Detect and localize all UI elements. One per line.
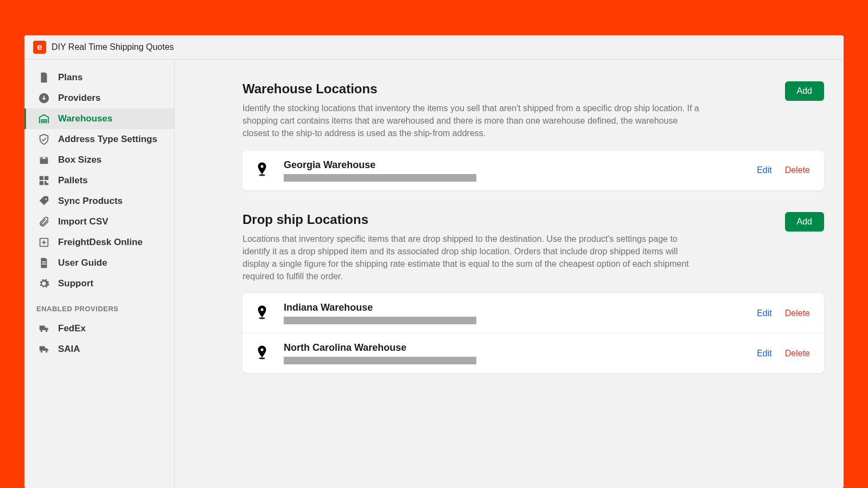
sidebar-item-label: Providers [58,93,100,104]
svg-point-12 [46,351,48,353]
shield-check-icon [38,133,50,145]
edit-dropship-link[interactable]: Edit [757,309,772,318]
svg-rect-4 [40,176,43,180]
location-pin-icon [257,305,272,322]
delete-dropship-link[interactable]: Delete [785,309,810,318]
location-pin-icon [257,345,272,362]
warehouse-icon [38,113,50,125]
warehouse-locations-section: Warehouse Locations Identify the stockin… [242,81,824,190]
add-dropship-button[interactable]: Add [785,212,824,232]
sidebar-item-pallets[interactable]: Pallets [24,170,174,191]
sidebar-item-support[interactable]: Support [24,273,174,294]
sidebar-item-warehouses[interactable]: Warehouses [24,108,174,129]
box-icon [38,154,50,166]
edit-warehouse-link[interactable]: Edit [757,165,772,175]
enabled-providers-label: ENABLED PROVIDERS [24,294,174,318]
svg-rect-6 [40,181,43,185]
dropship-section-desc: Locations that inventory specific items … [242,233,704,283]
location-pin-icon [257,162,272,178]
sidebar-item-label: Box Sizes [58,155,101,165]
sidebar-item-label: Warehouses [58,113,112,124]
sidebar-item-plans[interactable]: Plans [24,67,174,88]
sidebar-item-box-sizes[interactable]: Box Sizes [24,150,174,170]
app-title: DIY Real Time Shipping Quotes [52,42,174,52]
sidebar-item-label: Sync Products [58,196,123,207]
sidebar-item-label: Import CSV [58,216,108,227]
pallet-icon [38,175,50,187]
delete-warehouse-link[interactable]: Delete [785,165,810,175]
warehouse-address-placeholder [284,174,476,182]
svg-point-7 [45,198,47,200]
sidebar-item-user-guide[interactable]: User Guide [24,253,174,273]
sidebar-provider-saia[interactable]: SAIA [24,339,174,359]
sidebar-item-providers[interactable]: Providers [24,88,174,108]
dropship-name: North Carolina Warehouse [284,342,757,354]
truck-icon [38,323,50,335]
dropship-address-placeholder [284,317,476,324]
download-circle-icon [38,92,50,104]
sidebar-item-label: Pallets [58,175,88,186]
sidebar-item-label: Support [58,278,93,289]
warehouse-section-title: Warehouse Locations [242,81,704,97]
truck-icon [38,343,50,355]
warehouse-list: Georgia Warehouse Edit Delete [242,151,824,190]
warehouse-name: Georgia Warehouse [284,159,757,171]
gear-icon [38,278,50,290]
delete-dropship-link[interactable]: Delete [785,349,810,358]
add-box-icon [38,236,50,248]
main-content: Warehouse Locations Identify the stockin… [175,60,844,488]
sidebar-item-address-type-settings[interactable]: Address Type Settings [24,129,174,150]
sidebar-item-label: User Guide [58,258,107,268]
dropship-row: Indiana Warehouse Edit Delete [242,293,824,333]
dropship-list: Indiana Warehouse Edit Delete [242,293,824,373]
sidebar-item-label: FreightDesk Online [58,237,143,248]
sidebar-item-label: FedEx [58,323,86,334]
sidebar-item-freightdesk-online[interactable]: FreightDesk Online [24,232,174,253]
svg-point-9 [41,330,43,332]
svg-point-10 [46,330,48,332]
sidebar-item-sync-products[interactable]: Sync Products [24,191,174,211]
svg-rect-3 [43,157,45,159]
app-logo-icon: e [33,41,46,54]
dropship-name: Indiana Warehouse [284,302,757,313]
warehouse-row: Georgia Warehouse Edit Delete [242,151,824,190]
file-icon [38,257,50,269]
dropship-section-title: Drop ship Locations [242,212,704,227]
paperclip-icon [38,216,50,228]
dropship-address-placeholder [284,357,476,364]
edit-dropship-link[interactable]: Edit [757,349,772,358]
dropship-row: North Carolina Warehouse Edit Delete [242,333,824,373]
dropship-locations-section: Drop ship Locations Locations that inven… [242,212,824,374]
svg-point-11 [41,351,43,353]
svg-rect-5 [44,176,48,180]
sidebar-item-label: SAIA [58,344,80,355]
document-icon [38,72,50,84]
app-header: e DIY Real Time Shipping Quotes [24,35,844,60]
sidebar: Plans Providers Warehouses Address Type … [24,60,175,488]
add-warehouse-button[interactable]: Add [785,81,824,101]
sidebar-item-import-csv[interactable]: Import CSV [24,211,174,232]
sidebar-provider-fedex[interactable]: FedEx [24,318,174,339]
svg-point-15 [259,357,265,359]
svg-point-14 [259,317,265,319]
sidebar-item-label: Plans [58,72,82,83]
warehouse-section-desc: Identify the stocking locations that inv… [242,102,704,140]
svg-point-13 [259,174,265,176]
tag-icon [38,195,50,207]
sidebar-item-label: Address Type Settings [58,134,157,145]
